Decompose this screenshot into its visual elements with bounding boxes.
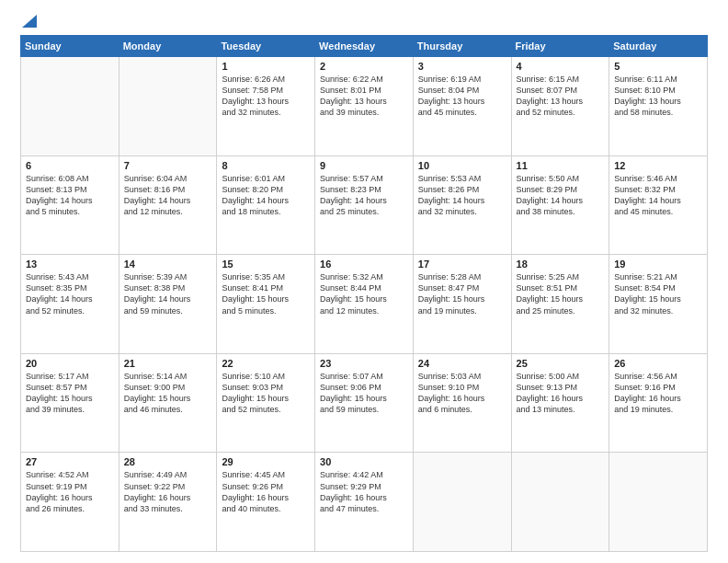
calendar-cell: 22Sunrise: 5:10 AM Sunset: 9:03 PM Dayli… [217, 353, 315, 453]
calendar-cell: 14Sunrise: 5:39 AM Sunset: 8:38 PM Dayli… [119, 255, 217, 354]
calendar-cell [21, 57, 119, 156]
day-number: 18 [517, 259, 605, 270]
calendar-cell: 23Sunrise: 5:07 AM Sunset: 9:06 PM Dayli… [315, 353, 414, 453]
calendar-week-2: 13Sunrise: 5:43 AM Sunset: 8:35 PM Dayli… [21, 255, 708, 354]
day-info: Sunrise: 4:45 AM Sunset: 9:26 PM Dayligh… [222, 469, 310, 514]
calendar-cell: 11Sunrise: 5:50 AM Sunset: 8:29 PM Dayli… [511, 155, 609, 255]
day-info: Sunrise: 6:22 AM Sunset: 8:01 PM Dayligh… [320, 74, 408, 119]
logo-icon [22, 13, 37, 28]
day-number: 4 [517, 61, 605, 72]
day-info: Sunrise: 4:49 AM Sunset: 9:22 PM Dayligh… [124, 469, 212, 514]
day-number: 13 [26, 259, 114, 270]
day-number: 6 [26, 160, 114, 171]
day-number: 27 [26, 456, 114, 467]
calendar-week-0: 1Sunrise: 6:26 AM Sunset: 7:58 PM Daylig… [21, 57, 708, 156]
day-number: 26 [614, 358, 702, 369]
day-number: 21 [124, 358, 212, 369]
calendar-cell: 29Sunrise: 4:45 AM Sunset: 9:26 PM Dayli… [217, 453, 315, 552]
calendar-cell: 13Sunrise: 5:43 AM Sunset: 8:35 PM Dayli… [21, 255, 119, 354]
day-info: Sunrise: 5:21 AM Sunset: 8:54 PM Dayligh… [614, 271, 702, 316]
day-number: 20 [26, 358, 114, 369]
header [20, 17, 708, 26]
day-info: Sunrise: 6:15 AM Sunset: 8:07 PM Dayligh… [517, 74, 605, 119]
day-info: Sunrise: 5:35 AM Sunset: 8:41 PM Dayligh… [222, 271, 310, 316]
calendar-cell: 25Sunrise: 5:00 AM Sunset: 9:13 PM Dayli… [511, 353, 609, 453]
logo [20, 17, 37, 26]
day-number: 1 [222, 61, 310, 72]
calendar-cell: 27Sunrise: 4:52 AM Sunset: 9:19 PM Dayli… [21, 453, 119, 552]
calendar-cell: 5Sunrise: 6:11 AM Sunset: 8:10 PM Daylig… [609, 57, 708, 156]
page: SundayMondayTuesdayWednesdayThursdayFrid… [0, 0, 728, 563]
calendar-cell: 16Sunrise: 5:32 AM Sunset: 8:44 PM Dayli… [315, 255, 414, 354]
day-number: 19 [614, 259, 702, 270]
calendar-cell: 18Sunrise: 5:25 AM Sunset: 8:51 PM Dayli… [511, 255, 609, 354]
day-info: Sunrise: 5:53 AM Sunset: 8:26 PM Dayligh… [418, 173, 506, 218]
day-number: 15 [222, 259, 310, 270]
calendar-cell: 24Sunrise: 5:03 AM Sunset: 9:10 PM Dayli… [413, 353, 511, 453]
day-info: Sunrise: 6:26 AM Sunset: 7:58 PM Dayligh… [222, 74, 310, 119]
day-number: 22 [222, 358, 310, 369]
calendar-cell: 4Sunrise: 6:15 AM Sunset: 8:07 PM Daylig… [511, 57, 609, 156]
day-number: 30 [320, 456, 408, 467]
day-number: 16 [320, 259, 408, 270]
day-number: 11 [517, 160, 605, 171]
calendar-table: SundayMondayTuesdayWednesdayThursdayFrid… [20, 35, 708, 552]
day-info: Sunrise: 6:01 AM Sunset: 8:20 PM Dayligh… [222, 173, 310, 218]
day-info: Sunrise: 5:25 AM Sunset: 8:51 PM Dayligh… [517, 271, 605, 316]
day-number: 5 [614, 61, 702, 72]
day-info: Sunrise: 5:46 AM Sunset: 8:32 PM Dayligh… [614, 173, 702, 218]
weekday-header-sunday: Sunday [21, 36, 119, 57]
calendar-cell: 7Sunrise: 6:04 AM Sunset: 8:16 PM Daylig… [119, 155, 217, 255]
day-info: Sunrise: 4:52 AM Sunset: 9:19 PM Dayligh… [26, 469, 114, 514]
day-info: Sunrise: 6:08 AM Sunset: 8:13 PM Dayligh… [26, 173, 114, 218]
day-info: Sunrise: 5:14 AM Sunset: 9:00 PM Dayligh… [124, 371, 212, 416]
weekday-header-row: SundayMondayTuesdayWednesdayThursdayFrid… [21, 36, 708, 57]
weekday-header-monday: Monday [119, 36, 217, 57]
day-number: 7 [124, 160, 212, 171]
calendar-cell [511, 453, 609, 552]
calendar-cell [413, 453, 511, 552]
day-info: Sunrise: 6:19 AM Sunset: 8:04 PM Dayligh… [418, 74, 506, 119]
day-info: Sunrise: 5:10 AM Sunset: 9:03 PM Dayligh… [222, 371, 310, 416]
day-number: 28 [124, 456, 212, 467]
calendar-cell: 9Sunrise: 5:57 AM Sunset: 8:23 PM Daylig… [315, 155, 414, 255]
calendar-cell: 1Sunrise: 6:26 AM Sunset: 7:58 PM Daylig… [217, 57, 315, 156]
calendar-cell: 21Sunrise: 5:14 AM Sunset: 9:00 PM Dayli… [119, 353, 217, 453]
day-number: 29 [222, 456, 310, 467]
day-info: Sunrise: 4:42 AM Sunset: 9:29 PM Dayligh… [320, 469, 408, 514]
calendar-cell: 28Sunrise: 4:49 AM Sunset: 9:22 PM Dayli… [119, 453, 217, 552]
weekday-header-tuesday: Tuesday [217, 36, 315, 57]
day-number: 8 [222, 160, 310, 171]
calendar-cell: 12Sunrise: 5:46 AM Sunset: 8:32 PM Dayli… [609, 155, 708, 255]
calendar-cell: 19Sunrise: 5:21 AM Sunset: 8:54 PM Dayli… [609, 255, 708, 354]
weekday-header-friday: Friday [511, 36, 609, 57]
calendar-cell: 30Sunrise: 4:42 AM Sunset: 9:29 PM Dayli… [315, 453, 414, 552]
day-number: 23 [320, 358, 408, 369]
calendar-cell: 6Sunrise: 6:08 AM Sunset: 8:13 PM Daylig… [21, 155, 119, 255]
day-number: 2 [320, 61, 408, 72]
calendar-cell [119, 57, 217, 156]
day-number: 3 [418, 61, 506, 72]
calendar-cell: 20Sunrise: 5:17 AM Sunset: 8:57 PM Dayli… [21, 353, 119, 453]
calendar-cell: 26Sunrise: 4:56 AM Sunset: 9:16 PM Dayli… [609, 353, 708, 453]
day-info: Sunrise: 5:28 AM Sunset: 8:47 PM Dayligh… [418, 271, 506, 316]
weekday-header-saturday: Saturday [609, 36, 708, 57]
day-number: 9 [320, 160, 408, 171]
calendar-cell: 3Sunrise: 6:19 AM Sunset: 8:04 PM Daylig… [413, 57, 511, 156]
svg-marker-0 [22, 15, 37, 28]
day-info: Sunrise: 6:04 AM Sunset: 8:16 PM Dayligh… [124, 173, 212, 218]
calendar-week-1: 6Sunrise: 6:08 AM Sunset: 8:13 PM Daylig… [21, 155, 708, 255]
day-info: Sunrise: 6:11 AM Sunset: 8:10 PM Dayligh… [614, 74, 702, 119]
calendar-cell [609, 453, 708, 552]
day-info: Sunrise: 5:57 AM Sunset: 8:23 PM Dayligh… [320, 173, 408, 218]
calendar-cell: 8Sunrise: 6:01 AM Sunset: 8:20 PM Daylig… [217, 155, 315, 255]
calendar-cell: 10Sunrise: 5:53 AM Sunset: 8:26 PM Dayli… [413, 155, 511, 255]
day-info: Sunrise: 5:39 AM Sunset: 8:38 PM Dayligh… [124, 271, 212, 316]
day-number: 10 [418, 160, 506, 171]
day-number: 17 [418, 259, 506, 270]
day-number: 14 [124, 259, 212, 270]
weekday-header-thursday: Thursday [413, 36, 511, 57]
calendar-cell: 2Sunrise: 6:22 AM Sunset: 8:01 PM Daylig… [315, 57, 414, 156]
day-info: Sunrise: 5:43 AM Sunset: 8:35 PM Dayligh… [26, 271, 114, 316]
calendar-week-3: 20Sunrise: 5:17 AM Sunset: 8:57 PM Dayli… [21, 353, 708, 453]
